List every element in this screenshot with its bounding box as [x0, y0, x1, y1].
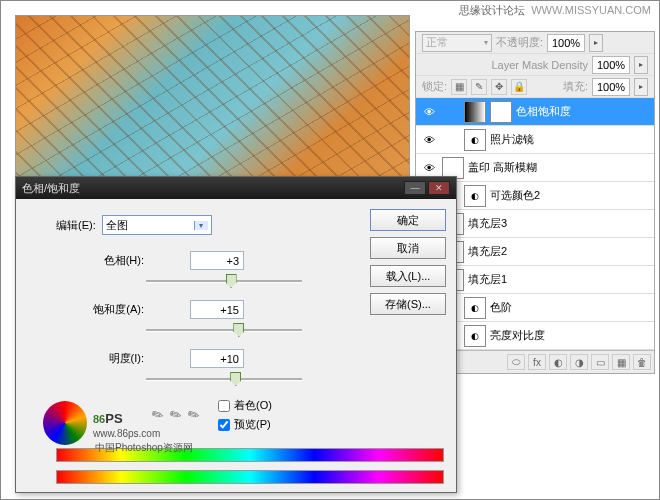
- link-icon[interactable]: ⬭: [507, 354, 525, 370]
- visibility-icon[interactable]: 👁: [420, 159, 438, 177]
- fill-stepper[interactable]: ▸: [634, 78, 648, 96]
- edit-label: 编辑(E):: [56, 218, 96, 233]
- hue-input[interactable]: +3: [190, 251, 244, 270]
- edit-combo[interactable]: 全图▾: [102, 215, 212, 235]
- blend-mode-select[interactable]: 正常▾: [422, 34, 492, 52]
- logo: 86PS www.86ps.com: [43, 401, 160, 445]
- adjustment-icon[interactable]: ◑: [570, 354, 588, 370]
- layer-thumb[interactable]: ◐: [464, 325, 486, 347]
- saturation-label: 饱和度(A):: [86, 302, 144, 317]
- mask-icon[interactable]: ◐: [549, 354, 567, 370]
- layer-thumb[interactable]: ◐: [464, 185, 486, 207]
- visibility-icon[interactable]: 👁: [420, 131, 438, 149]
- dialog-titlebar[interactable]: 色相/饱和度 — ✕: [16, 177, 456, 199]
- fx-icon[interactable]: fx: [528, 354, 546, 370]
- hue-slider[interactable]: [146, 272, 302, 290]
- lock-transparency-icon[interactable]: ▦: [451, 79, 467, 95]
- mask-density-label: Layer Mask Density: [491, 59, 588, 71]
- opacity-stepper[interactable]: ▸: [589, 34, 603, 52]
- layer-name: 色阶: [490, 300, 512, 315]
- lightness-slider[interactable]: [146, 370, 302, 388]
- folder-icon[interactable]: ▭: [591, 354, 609, 370]
- layer-name: 盖印 高斯模糊: [468, 160, 537, 175]
- fill-label: 填充:: [563, 79, 588, 94]
- layer-item[interactable]: 👁◐色相饱和度: [416, 98, 654, 126]
- dialog-title: 色相/饱和度: [22, 181, 80, 196]
- load-button[interactable]: 载入(L)...: [370, 265, 446, 287]
- save-button[interactable]: 存储(S)...: [370, 293, 446, 315]
- saturation-input[interactable]: +15: [190, 300, 244, 319]
- close-icon[interactable]: ✕: [428, 181, 450, 195]
- layer-item[interactable]: 👁◐照片滤镜: [416, 126, 654, 154]
- opacity-label: 不透明度:: [496, 35, 543, 50]
- lock-move-icon[interactable]: ✥: [491, 79, 507, 95]
- watermark: 思缘设计论坛WWW.MISSYUAN.COM: [459, 3, 651, 18]
- cancel-button[interactable]: 取消: [370, 237, 446, 259]
- layer-name: 填充层1: [468, 272, 507, 287]
- preview-checkbox[interactable]: 预览(P): [218, 417, 272, 432]
- layer-thumb[interactable]: ◐: [490, 101, 512, 123]
- new-layer-icon[interactable]: ▦: [612, 354, 630, 370]
- opacity-input[interactable]: 100%: [547, 34, 585, 52]
- layer-thumb[interactable]: ◐: [464, 129, 486, 151]
- mask-density-input[interactable]: 100%: [592, 56, 630, 74]
- layer-name: 可选颜色2: [490, 188, 540, 203]
- layer-name: 亮度对比度: [490, 328, 545, 343]
- layer-name: 填充层2: [468, 244, 507, 259]
- lock-all-icon[interactable]: 🔒: [511, 79, 527, 95]
- spectrum-bar-2: [56, 470, 444, 484]
- lightness-label: 明度(I):: [86, 351, 144, 366]
- fill-input[interactable]: 100%: [592, 78, 630, 96]
- lock-paint-icon[interactable]: ✎: [471, 79, 487, 95]
- colorize-checkbox[interactable]: 着色(O): [218, 398, 272, 413]
- mask-density-stepper[interactable]: ▸: [634, 56, 648, 74]
- trash-icon[interactable]: 🗑: [633, 354, 651, 370]
- eyedropper-minus-icon[interactable]: ✎: [185, 405, 203, 425]
- layer-name: 色相饱和度: [516, 104, 571, 119]
- logo-swirl-icon: [43, 401, 87, 445]
- lightness-input[interactable]: +10: [190, 349, 244, 368]
- minimize-icon[interactable]: —: [404, 181, 426, 195]
- layer-name: 填充层3: [468, 216, 507, 231]
- layer-thumb[interactable]: ◐: [464, 297, 486, 319]
- layer-name: 照片滤镜: [490, 132, 534, 147]
- visibility-icon[interactable]: 👁: [420, 103, 438, 121]
- saturation-slider[interactable]: [146, 321, 302, 339]
- hue-saturation-dialog: 色相/饱和度 — ✕ 编辑(E): 全图▾ 色相(H): +3 饱和度(A): …: [15, 176, 457, 493]
- lock-label: 锁定:: [422, 79, 447, 94]
- eyedropper-plus-icon[interactable]: ✎: [167, 405, 185, 425]
- ok-button[interactable]: 确定: [370, 209, 446, 231]
- logo-subtitle: 中国Photoshop资源网: [95, 441, 193, 455]
- hue-label: 色相(H):: [86, 253, 144, 268]
- layer-mask-thumb[interactable]: [464, 101, 486, 123]
